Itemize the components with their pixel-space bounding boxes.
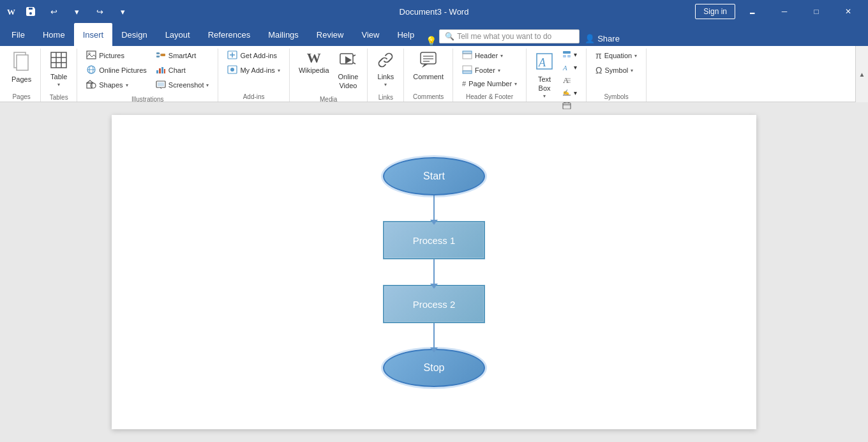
title-bar: W ↩ ▾ ↪ ▾ Document3 - Word Sign in 🗕 ─ □…: [0, 0, 868, 23]
screenshot-dropdown: ▾: [206, 82, 209, 88]
links-button[interactable]: Links ▾: [373, 49, 398, 90]
flowchart-stop[interactable]: Stop: [383, 349, 485, 387]
share-button[interactable]: 👤 Share: [585, 34, 620, 43]
links-dropdown: ▾: [384, 82, 387, 88]
table-button[interactable]: Table ▾: [46, 49, 71, 90]
flowchart-process2[interactable]: Process 2: [383, 285, 485, 323]
smartart-button[interactable]: SmartArt: [152, 49, 213, 63]
ribbon-display-button[interactable]: 🗕: [738, 0, 767, 23]
group-label-comments: Comments: [409, 92, 447, 102]
svg-rect-43: [463, 51, 472, 54]
tab-help[interactable]: Help: [388, 23, 423, 46]
redo-button[interactable]: ↪: [91, 3, 108, 20]
flowchart: Start Process 1 Process 2 Sto: [383, 157, 485, 387]
save-button[interactable]: [22, 3, 40, 20]
main-content: Start Process 1 Process 2 Sto: [0, 102, 868, 442]
footer-button[interactable]: Footer ▾: [458, 63, 521, 77]
flowchart-start[interactable]: Start: [383, 157, 485, 195]
textbox-label2: Box: [539, 84, 551, 92]
tab-view[interactable]: View: [352, 23, 388, 46]
tab-file[interactable]: File: [3, 23, 34, 46]
textbox-icon: A: [535, 51, 553, 74]
chart-button[interactable]: Chart: [152, 63, 213, 77]
wikipedia-label: Wikipedia: [299, 66, 329, 74]
ribbon-group-media: W Wikipedia Online Video Media: [290, 49, 368, 102]
svg-rect-25: [164, 69, 165, 73]
textbox-button[interactable]: A Text Box ▾: [532, 49, 557, 102]
customize-qat-button[interactable]: ▾: [114, 3, 131, 20]
chart-label: Chart: [168, 66, 186, 74]
svg-point-14: [91, 83, 96, 88]
ribbon-toolbar: Pages Pages T: [0, 46, 868, 102]
ribbon-group-symbols: π Equation ▾ Ω Symbol ▾ Symbols: [587, 49, 647, 102]
tab-references[interactable]: References: [199, 23, 259, 46]
my-addins-button[interactable]: My Add-ins ▾: [223, 63, 283, 77]
share-icon: 👤: [585, 34, 595, 43]
svg-line-20: [160, 54, 161, 56]
lightbulb-icon[interactable]: 💡: [426, 36, 437, 46]
maximize-button[interactable]: □: [802, 0, 831, 23]
pages-button[interactable]: Pages: [8, 49, 35, 86]
tell-me-input[interactable]: 🔍 Tell me what you want to do: [439, 29, 580, 43]
date-time-button[interactable]: [558, 100, 581, 111]
online-pictures-label: Online Pictures: [99, 66, 147, 74]
my-addins-icon: [227, 65, 237, 75]
tab-layout[interactable]: Layout: [156, 23, 199, 46]
window-title: Document3 - Word: [400, 7, 469, 17]
tab-mailings[interactable]: Mailings: [259, 23, 308, 46]
shapes-button[interactable]: Shapes ▾: [82, 78, 151, 92]
online-pictures-button[interactable]: Online Pictures: [82, 63, 151, 77]
equation-button[interactable]: π Equation ▾: [592, 49, 641, 63]
svg-rect-23: [159, 68, 161, 73]
svg-line-37: [353, 63, 355, 64]
ribbon-group-comments: Comment Comments: [404, 49, 453, 102]
tab-review[interactable]: Review: [308, 23, 353, 46]
header-button[interactable]: Header ▾: [458, 49, 521, 63]
search-icon: 🔍: [445, 32, 454, 41]
wikipedia-button[interactable]: W Wikipedia: [295, 49, 333, 77]
svg-rect-44: [463, 54, 472, 59]
flowchart-process1[interactable]: Process 1: [383, 221, 485, 259]
close-button[interactable]: ✕: [834, 0, 863, 23]
svg-marker-16: [87, 80, 93, 83]
pages-label: Pages: [11, 75, 31, 83]
collapse-ribbon-button[interactable]: ▲: [855, 46, 868, 102]
arrow-3: [433, 323, 435, 349]
pictures-label: Pictures: [99, 52, 124, 59]
get-addins-icon: [227, 50, 237, 61]
wordart-button[interactable]: A ▾: [558, 61, 581, 73]
symbol-label: Symbol: [605, 66, 629, 74]
svg-text:✍: ✍: [563, 89, 569, 95]
signature-line-button[interactable]: ✍ ▾: [558, 87, 581, 98]
svg-rect-49: [563, 51, 571, 54]
comment-button[interactable]: Comment: [409, 49, 447, 83]
quick-parts-button[interactable]: ▾: [558, 49, 581, 60]
tab-design[interactable]: Design: [112, 23, 156, 46]
symbol-button[interactable]: Ω Symbol ▾: [592, 63, 641, 77]
screenshot-button[interactable]: Screenshot ▾: [152, 78, 213, 92]
page-number-button[interactable]: # Page Number ▾: [458, 78, 521, 89]
group-label-illustrations: Illustrations: [82, 95, 213, 104]
tab-home[interactable]: Home: [34, 23, 74, 46]
svg-rect-3: [17, 55, 28, 70]
pictures-button[interactable]: Pictures: [82, 49, 151, 63]
undo-dropdown-button[interactable]: ▾: [68, 3, 86, 20]
svg-rect-59: [563, 103, 571, 109]
comment-label: Comment: [413, 73, 444, 80]
minimize-button[interactable]: ─: [770, 0, 799, 23]
header-icon: [462, 50, 472, 61]
document-canvas: Start Process 1 Process 2 Sto: [112, 115, 756, 429]
svg-rect-17: [156, 52, 160, 54]
dropcap-button[interactable]: A: [558, 74, 581, 86]
undo-button[interactable]: ↩: [45, 3, 63, 20]
svg-text:A: A: [562, 64, 567, 71]
my-addins-label: My Add-ins: [240, 66, 274, 74]
textbox-label: Text: [538, 75, 551, 83]
svg-rect-45: [463, 66, 472, 71]
sign-in-button[interactable]: Sign in: [695, 4, 735, 19]
get-addins-button[interactable]: Get Add-ins: [223, 49, 283, 63]
online-video-button[interactable]: Online Video: [334, 49, 363, 92]
svg-point-33: [230, 68, 234, 72]
links-label: Links: [378, 73, 394, 80]
tab-insert[interactable]: Insert: [74, 23, 113, 46]
